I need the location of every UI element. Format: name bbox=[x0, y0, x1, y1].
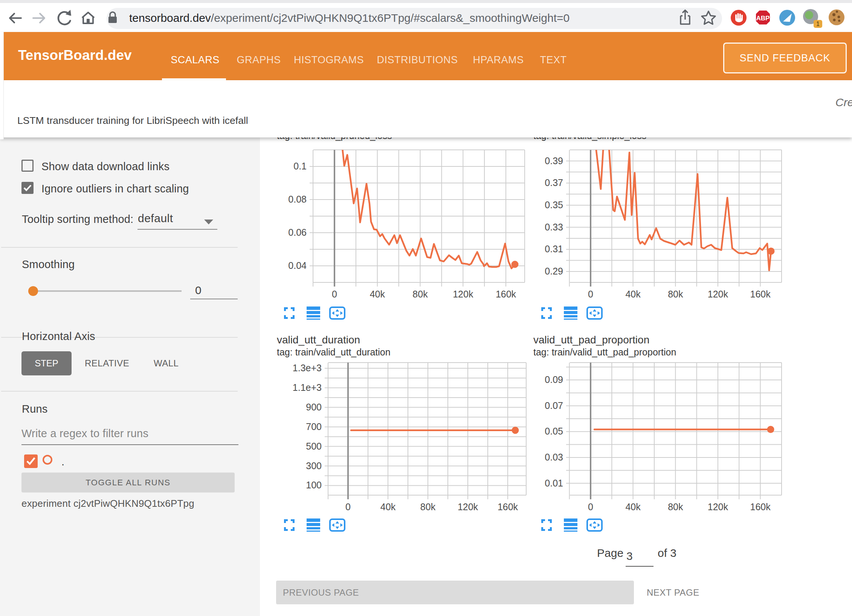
svg-text:300: 300 bbox=[306, 460, 322, 471]
svg-text:0.06: 0.06 bbox=[288, 227, 307, 238]
svg-text:valid_utt_duration: valid_utt_duration bbox=[277, 334, 360, 346]
svg-text:0.08: 0.08 bbox=[288, 194, 307, 204]
svg-text:160k: 160k bbox=[498, 502, 518, 512]
svg-text:ABP: ABP bbox=[756, 15, 770, 22]
svg-text:40k: 40k bbox=[625, 289, 641, 299]
svg-text:0.33: 0.33 bbox=[545, 222, 563, 232]
svg-text:tag: train/valid_utt_duration: tag: train/valid_utt_duration bbox=[277, 347, 391, 357]
svg-text:0: 0 bbox=[588, 502, 593, 512]
svg-text:900: 900 bbox=[306, 402, 322, 412]
svg-text:0: 0 bbox=[588, 289, 593, 299]
svg-text:tag: train/valid_utt_pad_propo: tag: train/valid_utt_pad_proportion bbox=[533, 347, 676, 357]
svg-text:160k: 160k bbox=[496, 289, 516, 299]
svg-text:80k: 80k bbox=[668, 289, 683, 299]
svg-text:80k: 80k bbox=[420, 502, 436, 512]
svg-text:tag: train/valid_simple_loss: tag: train/valid_simple_loss bbox=[533, 137, 646, 141]
svg-text:0.31: 0.31 bbox=[545, 244, 563, 254]
svg-text:0.03: 0.03 bbox=[545, 452, 563, 462]
svg-text:1.3e+3: 1.3e+3 bbox=[293, 363, 322, 373]
svg-text:120k: 120k bbox=[708, 502, 728, 512]
svg-text:0.1: 0.1 bbox=[293, 161, 307, 171]
svg-text:80k: 80k bbox=[412, 289, 428, 299]
svg-text:0.39: 0.39 bbox=[545, 156, 563, 166]
svg-text:valid_utt_pad_proportion: valid_utt_pad_proportion bbox=[533, 334, 649, 346]
svg-text:700: 700 bbox=[306, 421, 322, 432]
svg-text:0: 0 bbox=[332, 289, 337, 299]
svg-text:0.04: 0.04 bbox=[288, 260, 307, 271]
svg-text:0.35: 0.35 bbox=[545, 200, 563, 210]
svg-text:120k: 120k bbox=[708, 289, 728, 299]
svg-text:80k: 80k bbox=[668, 502, 683, 512]
svg-text:0.37: 0.37 bbox=[545, 177, 563, 188]
svg-text:1.1e+3: 1.1e+3 bbox=[293, 382, 322, 393]
svg-text:500: 500 bbox=[306, 441, 322, 451]
svg-text:0.01: 0.01 bbox=[545, 478, 563, 488]
svg-text:0.29: 0.29 bbox=[545, 266, 563, 276]
svg-text:0.07: 0.07 bbox=[545, 400, 563, 411]
svg-text:1: 1 bbox=[816, 21, 820, 27]
svg-text:0.09: 0.09 bbox=[545, 374, 563, 385]
svg-text:tag: train/valid_pruned_loss: tag: train/valid_pruned_loss bbox=[277, 137, 392, 141]
svg-text:40k: 40k bbox=[370, 289, 385, 299]
svg-text:120k: 120k bbox=[453, 289, 473, 299]
svg-text:160k: 160k bbox=[750, 289, 771, 299]
svg-text:0.05: 0.05 bbox=[545, 426, 563, 436]
svg-text:40k: 40k bbox=[625, 502, 641, 512]
svg-text:120k: 120k bbox=[458, 502, 478, 512]
svg-text:100: 100 bbox=[306, 480, 322, 490]
svg-text:0: 0 bbox=[345, 502, 351, 512]
svg-text:40k: 40k bbox=[380, 502, 396, 512]
svg-text:160k: 160k bbox=[750, 502, 771, 512]
